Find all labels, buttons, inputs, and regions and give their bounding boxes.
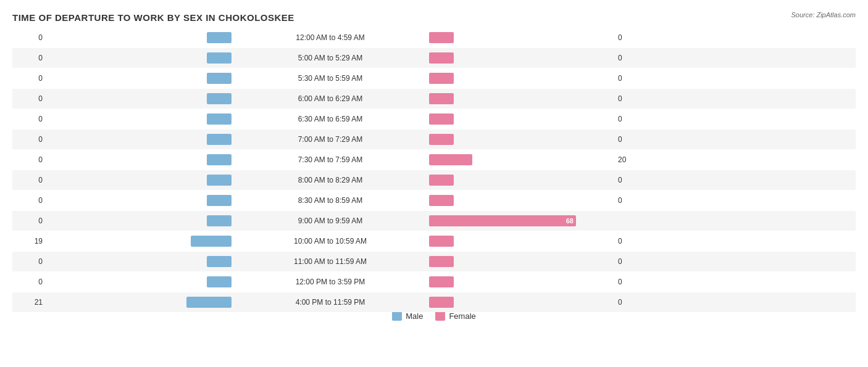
table-row: 06:00 AM to 6:29 AM0 — [12, 89, 856, 109]
female-bar — [429, 93, 454, 104]
time-label: 8:30 AM to 8:59 AM — [232, 196, 429, 205]
female-value: 0 — [614, 54, 648, 62]
legend-female-color — [435, 311, 445, 321]
male-bar — [207, 195, 232, 206]
male-bar — [191, 236, 232, 247]
legend-female: Female — [435, 311, 475, 321]
female-bar — [429, 154, 472, 165]
female-value: 0 — [614, 74, 648, 83]
table-row: 214:00 PM to 11:59 PM0 — [12, 292, 856, 312]
chart-area: 012:00 AM to 4:59 AM005:00 AM to 5:29 AM… — [12, 28, 856, 315]
female-value: 0 — [614, 298, 648, 307]
male-value: 0 — [12, 33, 46, 42]
table-row: 1910:00 AM to 10:59 AM0 — [12, 231, 856, 251]
rows-container: 012:00 AM to 4:59 AM005:00 AM to 5:29 AM… — [12, 28, 856, 296]
male-bar — [207, 134, 232, 145]
time-label: 5:00 AM to 5:29 AM — [232, 54, 429, 62]
male-bar — [207, 52, 232, 64]
female-value: 0 — [614, 196, 648, 205]
time-label: 9:00 AM to 9:59 AM — [232, 216, 429, 225]
female-bar — [429, 195, 454, 206]
table-row: 07:30 AM to 7:59 AM20 — [12, 150, 856, 170]
male-value: 0 — [12, 155, 46, 164]
time-label: 5:30 AM to 5:59 AM — [232, 74, 429, 83]
female-bar: 68 — [429, 215, 576, 226]
male-bar — [186, 297, 232, 308]
chart-container: TIME OF DEPARTURE TO WORK BY SEX IN CHOK… — [0, 0, 868, 367]
male-value: 0 — [12, 94, 46, 103]
table-row: 011:00 AM to 11:59 AM0 — [12, 252, 856, 271]
source-label: Source: ZipAtlas.com — [791, 11, 856, 19]
time-label: 4:00 PM to 11:59 PM — [232, 298, 429, 307]
legend: Male Female — [12, 311, 856, 321]
male-value: 0 — [12, 278, 46, 286]
table-row: 012:00 PM to 3:59 PM0 — [12, 272, 856, 292]
male-value: 0 — [12, 176, 46, 184]
female-bar — [429, 276, 454, 287]
male-value: 0 — [12, 257, 46, 266]
table-row: 08:30 AM to 8:59 AM0 — [12, 191, 856, 210]
male-value: 19 — [12, 237, 46, 245]
time-label: 6:00 AM to 6:29 AM — [232, 94, 429, 103]
table-row: 012:00 AM to 4:59 AM0 — [12, 28, 856, 47]
time-label: 7:00 AM to 7:29 AM — [232, 135, 429, 144]
legend-female-label: Female — [449, 311, 475, 321]
male-bar — [207, 215, 232, 226]
male-value: 0 — [12, 74, 46, 83]
female-bar — [429, 175, 454, 186]
male-bar — [207, 276, 232, 287]
male-bar — [207, 113, 232, 125]
time-label: 10:00 AM to 10:59 AM — [232, 237, 429, 245]
table-row: 09:00 AM to 9:59 AM68 — [12, 211, 856, 231]
female-bar — [429, 256, 454, 267]
table-row: 05:30 AM to 5:59 AM0 — [12, 68, 856, 88]
female-bar — [429, 32, 454, 43]
legend-male-color — [392, 311, 402, 321]
female-bar — [429, 236, 454, 247]
male-bar — [207, 32, 232, 43]
male-bar — [207, 154, 232, 165]
female-value: 0 — [614, 176, 648, 184]
male-bar — [207, 175, 232, 186]
male-value: 0 — [12, 216, 46, 225]
table-row: 08:00 AM to 8:29 AM0 — [12, 170, 856, 190]
male-bar — [207, 256, 232, 267]
time-label: 8:00 AM to 8:29 AM — [232, 176, 429, 184]
female-value: 0 — [614, 33, 648, 42]
table-row: 07:00 AM to 7:29 AM0 — [12, 130, 856, 149]
table-row: 06:30 AM to 6:59 AM0 — [12, 109, 856, 129]
legend-male-label: Male — [406, 311, 423, 321]
female-value: 0 — [614, 278, 648, 286]
female-bar — [429, 134, 454, 145]
female-value: 0 — [614, 115, 648, 123]
male-bar — [207, 73, 232, 84]
male-value: 0 — [12, 54, 46, 62]
time-label: 11:00 AM to 11:59 AM — [232, 257, 429, 266]
time-label: 6:30 AM to 6:59 AM — [232, 115, 429, 123]
time-label: 12:00 PM to 3:59 PM — [232, 278, 429, 286]
table-row: 05:00 AM to 5:29 AM0 — [12, 48, 856, 68]
time-label: 7:30 AM to 7:59 AM — [232, 155, 429, 164]
female-bar — [429, 73, 454, 84]
female-bar — [429, 113, 454, 125]
male-value: 0 — [12, 196, 46, 205]
female-value: 20 — [614, 155, 648, 164]
male-bar — [207, 93, 232, 104]
female-value: 0 — [614, 94, 648, 103]
male-value: 21 — [12, 298, 46, 307]
female-value: 0 — [614, 257, 648, 266]
female-bar — [429, 297, 454, 308]
chart-title: TIME OF DEPARTURE TO WORK BY SEX IN CHOK… — [12, 12, 856, 23]
time-label: 12:00 AM to 4:59 AM — [232, 33, 429, 42]
male-value: 0 — [12, 115, 46, 123]
legend-male: Male — [392, 311, 423, 321]
female-bar — [429, 52, 454, 64]
male-value: 0 — [12, 135, 46, 144]
female-value: 0 — [614, 135, 648, 144]
female-value: 0 — [614, 237, 648, 245]
